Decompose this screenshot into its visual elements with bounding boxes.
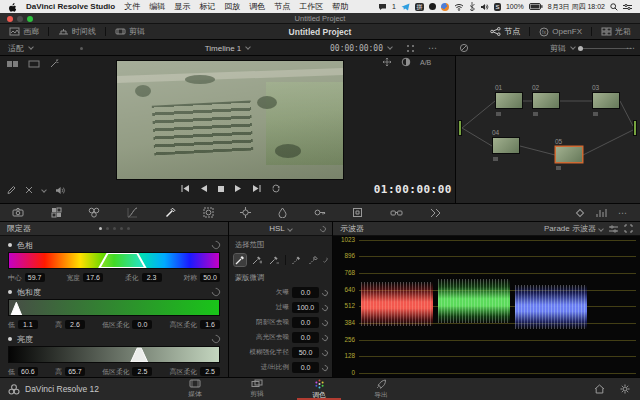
mode-dropdown[interactable]: HSL xyxy=(269,224,292,233)
wifi-icon[interactable] xyxy=(454,3,464,11)
scope-settings-icon[interactable] xyxy=(609,225,618,233)
reset-icon[interactable] xyxy=(321,303,329,311)
tab-color[interactable]: 调色 xyxy=(296,378,342,400)
bypass-icon[interactable] xyxy=(401,57,411,67)
blur-radius-value[interactable]: 50.0 xyxy=(292,347,319,358)
node-02[interactable] xyxy=(532,92,560,109)
camera-raw-icon[interactable] xyxy=(12,207,24,218)
node-05-selected[interactable] xyxy=(555,146,583,163)
lightbox-panel-button[interactable]: 光箱 xyxy=(592,26,640,37)
still-frame-icon[interactable] xyxy=(28,59,40,69)
hue-soft-value[interactable]: 2.3 xyxy=(142,273,162,282)
reset-icon[interactable] xyxy=(321,318,329,326)
picker-add-icon[interactable] xyxy=(251,254,263,266)
viewer-more-icon[interactable]: ⋯ xyxy=(428,40,438,56)
viewer-timecode-dropdown[interactable]: 00:00:00:00 xyxy=(330,40,392,56)
key-icon[interactable] xyxy=(314,207,326,218)
pencil-icon[interactable] xyxy=(6,185,16,195)
menubar-datetime[interactable]: 8月3日 周四 18:02 xyxy=(548,2,605,12)
sat-high-soft-value[interactable]: 1.6 xyxy=(200,320,220,329)
highlight-denoise-value[interactable]: 0.0 xyxy=(292,332,319,343)
node-more-icon[interactable]: ⋯ xyxy=(626,40,636,56)
bypass-grades-icon[interactable] xyxy=(459,40,469,56)
color-match-icon[interactable] xyxy=(51,207,62,218)
openfx-panel-button[interactable]: fx OpenFX xyxy=(530,27,591,37)
lum-high-value[interactable]: 65.7 xyxy=(65,367,85,376)
scope-expand-icon[interactable] xyxy=(624,224,633,233)
menu-file[interactable]: 文件 xyxy=(124,1,140,12)
selection-reset-icon[interactable] xyxy=(319,224,327,232)
qualifier-icon[interactable] xyxy=(165,207,176,218)
tracker-icon[interactable] xyxy=(240,207,251,218)
gallery-button[interactable]: 画廊 xyxy=(0,24,48,39)
menu-edit[interactable]: 编辑 xyxy=(149,1,165,12)
menu-nodes[interactable]: 节点 xyxy=(274,1,290,12)
reset-icon[interactable] xyxy=(321,363,329,371)
picker-icon[interactable] xyxy=(234,254,246,266)
grid-view-icon[interactable] xyxy=(406,40,415,56)
hue-width-value[interactable]: 17.6 xyxy=(83,273,103,282)
sat-high-value[interactable]: 2.6 xyxy=(65,320,85,329)
telegram-icon[interactable] xyxy=(401,3,410,11)
reset-icon[interactable] xyxy=(321,348,329,356)
speaker-icon[interactable] xyxy=(55,186,66,195)
clean-white-value[interactable]: 100.0 xyxy=(292,302,319,313)
color-wheels-icon[interactable] xyxy=(88,207,100,218)
softness-add-icon[interactable] xyxy=(290,254,302,266)
tab-edit[interactable]: 剪辑 xyxy=(234,378,280,400)
apple-icon[interactable] xyxy=(8,2,17,12)
curves-icon[interactable] xyxy=(127,207,138,218)
saturation-enable-toggle[interactable] xyxy=(8,290,12,294)
hue-range-bar[interactable] xyxy=(8,252,220,269)
motion-effects-icon[interactable] xyxy=(430,208,442,218)
wand-icon[interactable] xyxy=(49,58,60,69)
nodes-panel-button[interactable]: 节点 xyxy=(481,26,529,37)
palette-more-icon[interactable]: ⋯ xyxy=(618,209,628,217)
luminance-range-bar[interactable] xyxy=(8,346,220,363)
saturation-reset-icon[interactable] xyxy=(210,286,221,297)
minimize-window-button[interactable] xyxy=(17,16,23,22)
menu-playback[interactable]: 回放 xyxy=(224,1,240,12)
hue-symmetry-value[interactable]: 50.0 xyxy=(200,273,220,282)
tab-deliver[interactable]: 导出 xyxy=(358,378,404,400)
luminance-reset-icon[interactable] xyxy=(210,333,221,344)
sizing-icon[interactable] xyxy=(352,207,363,218)
node-input-bar[interactable] xyxy=(458,120,462,136)
tab-media[interactable]: 媒体 xyxy=(172,378,218,400)
lum-low-soft-value[interactable]: 2.5 xyxy=(132,367,152,376)
stills-icon[interactable] xyxy=(6,59,19,69)
hue-enable-toggle[interactable] xyxy=(8,243,12,247)
node-output-bar[interactable] xyxy=(633,120,637,136)
chat-icon[interactable] xyxy=(378,3,387,11)
s-app-icon[interactable]: S xyxy=(494,3,501,11)
power-window-icon[interactable] xyxy=(203,207,214,218)
picker-reset-icon[interactable] xyxy=(323,257,329,263)
pager-dots[interactable] xyxy=(0,227,228,230)
loop-button[interactable] xyxy=(271,184,281,193)
spotlight-search-icon[interactable] xyxy=(610,3,618,11)
play-button[interactable] xyxy=(234,184,243,193)
node-clips-dropdown[interactable]: 剪辑 xyxy=(550,40,575,56)
lum-low-value[interactable]: 60.6 xyxy=(18,367,38,376)
menu-workspace[interactable]: 工作区 xyxy=(299,1,323,12)
shadow-denoise-value[interactable]: 0.0 xyxy=(292,317,319,328)
close-window-button[interactable] xyxy=(7,16,13,22)
reset-icon[interactable] xyxy=(321,288,329,296)
node-zoom-slider[interactable] xyxy=(580,40,632,56)
parade-scope[interactable]: 1023 896 768 640 512 384 256 128 0 xyxy=(333,236,640,377)
scopes-icon[interactable] xyxy=(596,208,607,218)
clips-button[interactable]: 剪辑 xyxy=(106,24,154,39)
softness-subtract-icon[interactable] xyxy=(307,254,319,266)
sat-low-value[interactable]: 1.1 xyxy=(18,320,38,329)
zoom-window-button[interactable] xyxy=(27,16,33,22)
saturation-range-bar[interactable] xyxy=(8,299,220,316)
hue-center-value[interactable]: 59.7 xyxy=(25,273,45,282)
browser-icon[interactable] xyxy=(441,3,449,11)
app-menu-icon[interactable] xyxy=(429,3,436,10)
stop-button[interactable] xyxy=(217,185,225,193)
scope-type-dropdown[interactable]: Parade 示波器 xyxy=(544,223,603,234)
node-graph[interactable]: 01 02 03 04 05 xyxy=(456,56,640,203)
lum-high-soft-value[interactable]: 2.5 xyxy=(200,367,220,376)
keyframes-icon[interactable] xyxy=(575,208,585,218)
stereo-3d-icon[interactable] xyxy=(390,208,403,218)
